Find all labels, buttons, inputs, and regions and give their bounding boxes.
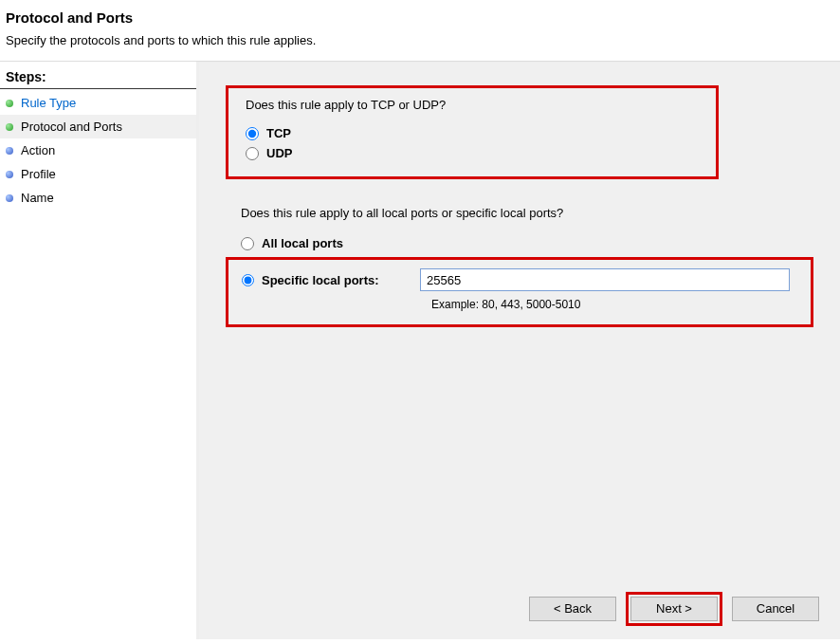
radio-udp-label: UDP bbox=[266, 146, 292, 160]
bullet-icon bbox=[6, 147, 13, 155]
content: Steps: Rule Type Protocol and Ports Acti… bbox=[0, 61, 840, 639]
protocol-group-highlight: Does this rule apply to TCP or UDP? TCP … bbox=[226, 85, 719, 179]
step-action[interactable]: Action bbox=[0, 138, 196, 162]
steps-list: Rule Type Protocol and Ports Action Prof… bbox=[0, 91, 196, 210]
radio-specific-ports-label: Specific local ports: bbox=[262, 273, 379, 287]
radio-all-ports[interactable]: All local ports bbox=[241, 233, 813, 253]
step-name[interactable]: Name bbox=[0, 186, 196, 210]
button-bar: < Back Next > Cancel bbox=[529, 592, 819, 626]
radio-udp[interactable]: UDP bbox=[246, 143, 699, 163]
sidebar: Steps: Rule Type Protocol and Ports Acti… bbox=[0, 62, 196, 639]
ports-question: Does this rule apply to all local ports … bbox=[241, 206, 813, 220]
cancel-button[interactable]: Cancel bbox=[732, 597, 819, 621]
radio-all-ports-label: All local ports bbox=[262, 236, 343, 250]
step-label: Rule Type bbox=[21, 96, 76, 110]
page-title: Protocol and Ports bbox=[6, 9, 834, 26]
ports-group: Does this rule apply to all local ports … bbox=[226, 206, 813, 327]
bullet-icon bbox=[6, 171, 13, 178]
main-panel: Does this rule apply to TCP or UDP? TCP … bbox=[196, 62, 840, 639]
step-label: Name bbox=[21, 191, 54, 205]
bullet-icon bbox=[6, 123, 13, 131]
page-description: Specify the protocols and ports to which… bbox=[6, 33, 834, 47]
bullet-icon bbox=[6, 194, 13, 202]
specific-ports-highlight: Specific local ports: Example: 80, 443, … bbox=[226, 257, 813, 327]
radio-specific-ports-input[interactable] bbox=[242, 274, 254, 286]
radio-specific-ports[interactable]: Specific local ports: bbox=[242, 273, 412, 287]
radio-udp-input[interactable] bbox=[246, 147, 259, 160]
bullet-icon bbox=[6, 100, 13, 107]
step-protocol-ports[interactable]: Protocol and Ports bbox=[0, 115, 196, 138]
radio-tcp[interactable]: TCP bbox=[246, 123, 699, 143]
ports-input[interactable] bbox=[420, 268, 790, 291]
sidebar-title: Steps: bbox=[0, 69, 196, 89]
radio-all-ports-input[interactable] bbox=[241, 237, 254, 250]
radio-tcp-label: TCP bbox=[266, 126, 291, 140]
step-label: Protocol and Ports bbox=[21, 120, 122, 134]
radio-tcp-input[interactable] bbox=[246, 127, 259, 140]
step-rule-type[interactable]: Rule Type bbox=[0, 91, 196, 115]
ports-example: Example: 80, 443, 5000-5010 bbox=[431, 298, 797, 311]
protocol-question: Does this rule apply to TCP or UDP? bbox=[246, 98, 699, 112]
step-label: Action bbox=[21, 143, 55, 157]
back-button[interactable]: < Back bbox=[529, 597, 616, 621]
header: Protocol and Ports Specify the protocols… bbox=[0, 0, 840, 61]
step-profile[interactable]: Profile bbox=[0, 162, 196, 186]
next-button[interactable]: Next > bbox=[630, 597, 718, 621]
radio-specific-ports-row: Specific local ports: bbox=[242, 266, 797, 294]
next-button-highlight: Next > bbox=[626, 592, 722, 626]
step-label: Profile bbox=[21, 167, 56, 181]
